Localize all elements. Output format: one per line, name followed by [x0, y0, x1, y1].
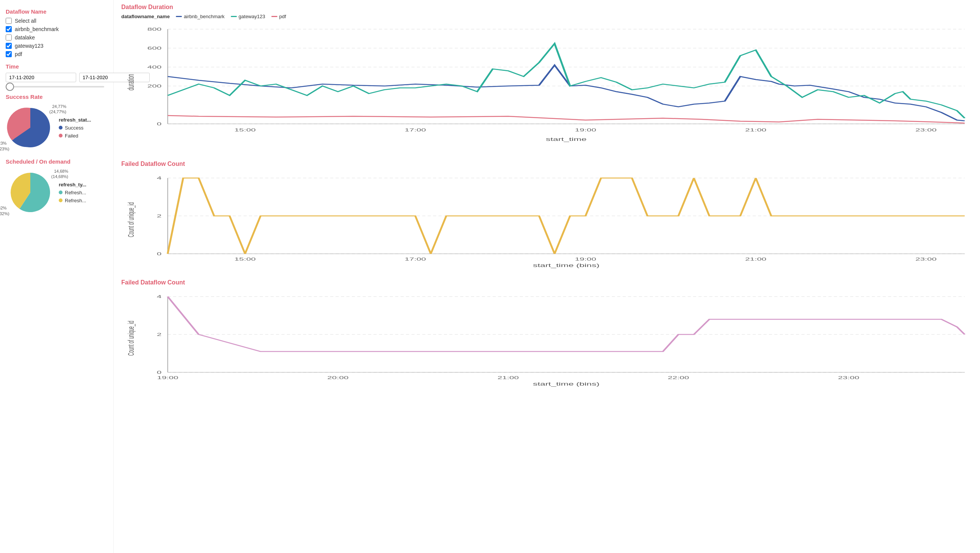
legend-line-airbnb [176, 16, 182, 17]
failed-count2-svg: 0 2 4 Count of unique_id 19:00 20:00 21:… [121, 289, 972, 388]
legend-failed-dot [59, 134, 62, 138]
failed-count2-chart-title: Failed Dataflow Count [121, 279, 972, 286]
svg-text:23:00: 23:00 [915, 128, 936, 132]
checkbox-gateway-input[interactable] [6, 43, 12, 49]
svg-text:start_time: start_time [546, 137, 587, 142]
svg-text:0: 0 [157, 251, 162, 256]
legend-failed: Failed [59, 133, 91, 138]
scheduled-pie: 14,68%(14,68%) 85,32%(85,32%) [6, 168, 55, 217]
svg-text:2: 2 [157, 332, 162, 337]
checkbox-select-all[interactable]: Select all [6, 18, 108, 24]
svg-text:23:00: 23:00 [915, 257, 936, 261]
legend-label-pdf: pdf [279, 14, 286, 19]
checkbox-airbnb-label: airbnb_benchmark [15, 26, 59, 32]
dataflow-checkbox-group: Select all airbnb_benchmark datalake gat… [6, 18, 108, 57]
success-rate-wrapper: 24,77%(24,77%) 75,23%(75,23%) refresh_st… [6, 103, 108, 152]
success-rate-bottom-label: 75,23%(75,23%) [0, 140, 10, 151]
scheduled-legend: refresh_ty... Refresh... Refresh... [59, 182, 86, 203]
scheduled-section: Scheduled / On demand 14,68%(14,68%) 85,… [6, 158, 108, 217]
svg-text:15:00: 15:00 [235, 257, 256, 261]
time-slider-container [6, 86, 108, 87]
date-start-input[interactable] [6, 73, 76, 82]
svg-text:19:00: 19:00 [157, 375, 178, 380]
svg-text:20:00: 20:00 [328, 375, 348, 380]
scheduled-bottom-label: 85,32%(85,32%) [0, 205, 10, 216]
failed-count-chart-container: 0 2 4 Count of unique_id 15:00 17:00 19:… [121, 170, 972, 270]
legend-line-pdf [271, 16, 277, 17]
scheduled-top-label: 14,68%(14,68%) [51, 168, 68, 180]
success-rate-pie: 24,77%(24,77%) 75,23%(75,23%) [6, 103, 55, 152]
checkbox-gateway-label: gateway123 [15, 43, 44, 49]
legend-success-label: Success [65, 125, 83, 131]
svg-text:Count of unique_id: Count of unique_id [126, 321, 136, 356]
svg-text:200: 200 [147, 84, 162, 88]
success-rate-section: Success Rate [6, 94, 108, 152]
svg-text:22:00: 22:00 [668, 375, 689, 380]
success-rate-legend-title: refresh_stat... [59, 117, 91, 123]
date-inputs [6, 73, 108, 82]
checkbox-pdf[interactable]: pdf [6, 51, 108, 57]
dataflow-section-title: Dataflow Name [6, 8, 108, 15]
checkbox-gateway[interactable]: gateway123 [6, 43, 108, 49]
duration-legend-row: dataflowname_name airbnb_benchmark gatew… [121, 14, 972, 19]
svg-text:19:00: 19:00 [575, 257, 596, 261]
svg-text:4: 4 [157, 176, 162, 180]
time-section-title: Time [6, 63, 108, 70]
checkbox-pdf-input[interactable] [6, 51, 12, 57]
svg-text:21:00: 21:00 [498, 375, 519, 380]
legend-refresh-teal-dot [59, 191, 62, 194]
duration-chart-section: Dataflow Duration dataflowname_name airb… [121, 4, 972, 151]
legend-failed-label: Failed [65, 133, 78, 138]
duration-chart-title: Dataflow Duration [121, 4, 972, 11]
legend-success: Success [59, 125, 91, 131]
checkbox-select-all-input[interactable] [6, 18, 12, 24]
svg-text:0: 0 [157, 122, 162, 126]
time-slider-thumb[interactable] [6, 83, 14, 91]
duration-chart-container: 0 200 400 600 800 duration 15:00 17:00 1… [121, 22, 972, 151]
legend-entry-airbnb: airbnb_benchmark [176, 14, 225, 19]
success-rate-title: Success Rate [6, 94, 108, 100]
time-slider-track [6, 86, 104, 87]
svg-text:2: 2 [157, 214, 162, 218]
legend-entry-gateway: gateway123 [231, 14, 265, 19]
success-rate-top-label: 24,77%(24,77%) [49, 104, 66, 115]
scheduled-title: Scheduled / On demand [6, 158, 108, 165]
legend-refresh-teal: Refresh... [59, 190, 86, 195]
svg-text:start_time (bins): start_time (bins) [533, 381, 600, 387]
legend-label-airbnb: airbnb_benchmark [184, 14, 225, 19]
legend-line-gateway [231, 16, 237, 17]
svg-text:start_time (bins): start_time (bins) [533, 263, 600, 268]
checkbox-datalake-input[interactable] [6, 35, 12, 41]
failed-count-chart-section: Failed Dataflow Count 0 2 4 [121, 160, 972, 270]
svg-text:0: 0 [157, 370, 162, 375]
svg-text:400: 400 [147, 65, 162, 69]
svg-text:21:00: 21:00 [745, 257, 766, 261]
checkbox-datalake-label: datalake [15, 35, 35, 41]
legend-refresh-yellow: Refresh... [59, 198, 86, 203]
main-content: Dataflow Duration dataflowname_name airb… [114, 0, 980, 553]
checkbox-airbnb-input[interactable] [6, 26, 12, 32]
svg-text:19:00: 19:00 [575, 128, 596, 132]
scheduled-wrapper: 14,68%(14,68%) 85,32%(85,32%) refresh_ty… [6, 168, 108, 217]
legend-label-gateway: gateway123 [239, 14, 265, 19]
duration-legend-name: dataflowname_name [121, 14, 170, 19]
failed-count2-chart-container: 0 2 4 Count of unique_id 19:00 20:00 21:… [121, 289, 972, 389]
failed-count-svg: 0 2 4 Count of unique_id 15:00 17:00 19:… [121, 170, 972, 269]
failed-count2-chart-section: Failed Dataflow Count 0 2 4 [121, 279, 972, 389]
svg-text:600: 600 [147, 46, 162, 50]
failed-count-chart-title: Failed Dataflow Count [121, 160, 972, 167]
svg-text:800: 800 [147, 27, 162, 32]
scheduled-legend-title: refresh_ty... [59, 182, 86, 188]
sidebar: Dataflow Name Select all airbnb_benchmar… [0, 0, 114, 553]
svg-text:17:00: 17:00 [405, 128, 426, 132]
time-section: Time [6, 63, 108, 87]
svg-text:17:00: 17:00 [405, 257, 426, 261]
svg-text:4: 4 [157, 294, 162, 299]
duration-svg: 0 200 400 600 800 duration 15:00 17:00 1… [121, 22, 972, 150]
svg-text:15:00: 15:00 [235, 128, 256, 132]
checkbox-select-all-label: Select all [15, 18, 37, 24]
checkbox-airbnb[interactable]: airbnb_benchmark [6, 26, 108, 32]
svg-text:duration: duration [126, 74, 136, 90]
legend-success-dot [59, 126, 62, 130]
checkbox-datalake[interactable]: datalake [6, 35, 108, 41]
